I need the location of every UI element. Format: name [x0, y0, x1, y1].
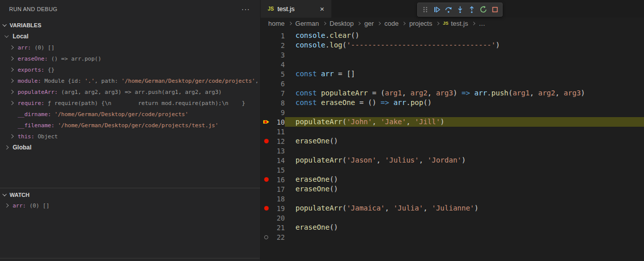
breakpoint-gutter[interactable]	[261, 60, 272, 69]
code-text[interactable]	[285, 165, 644, 175]
code-line-18[interactable]: 18	[261, 194, 644, 203]
code-line-4[interactable]: 4	[261, 60, 644, 69]
variable-row-populateArr[interactable]: populateArr: (arg1, arg2, arg3) => arr.p…	[0, 86, 260, 97]
code-line-15[interactable]: 15	[261, 165, 644, 175]
breakpoint-gutter[interactable]	[261, 232, 272, 242]
code-line-8[interactable]: 8const eraseOne = () => arr.pop()	[261, 98, 644, 108]
variable-row-arr[interactable]: arr: (0) []	[0, 200, 260, 211]
variable-row-dirname[interactable]: __dirname: '/home/German/Desktop/ger/cod…	[0, 109, 260, 120]
code-line-17[interactable]: 17eraseOne()	[261, 184, 644, 194]
breakpoint-gutter[interactable]	[261, 69, 272, 79]
breakpoint-gutter[interactable]	[261, 79, 272, 88]
breakpoint-gutter[interactable]	[261, 88, 272, 98]
code-line-6[interactable]: 6	[261, 79, 644, 88]
watch-section-header[interactable]: WATCH	[0, 189, 260, 200]
code-text[interactable]: populateArr('Jamaica', 'Julia', 'Juliann…	[285, 203, 644, 213]
breakpoint-gutter[interactable]	[261, 98, 272, 108]
variable-row-eraseOne[interactable]: eraseOne: () => arr.pop()	[0, 53, 260, 64]
variable-row-require[interactable]: require: ƒ require(path) {\n return mod.…	[0, 97, 260, 109]
code-text[interactable]: const arr = []	[285, 69, 644, 79]
code-line-2[interactable]: 2console.log('--------------------------…	[261, 40, 644, 50]
breakpoint-gutter[interactable]	[261, 165, 272, 175]
scope-row-local[interactable]: Local	[0, 31, 260, 42]
breakpoint-gutter[interactable]	[261, 203, 272, 213]
breadcrumb-item-home[interactable]: home	[268, 20, 285, 27]
breadcrumb-item-projects[interactable]: projects	[409, 20, 432, 27]
code-line-5[interactable]: 5const arr = []	[261, 69, 644, 79]
code-line-1[interactable]: 1console.clear()	[261, 31, 644, 40]
variable-row-filename[interactable]: __filename: '/home/German/Desktop/ger/co…	[0, 120, 260, 131]
debug-drag-handle[interactable]	[419, 4, 431, 16]
breadcrumb-item-testjs[interactable]: JStest.js	[443, 20, 468, 27]
code-line-7[interactable]: 7const populateArr = (arg1, arg2, arg3) …	[261, 88, 644, 98]
code-line-12[interactable]: 12eraseOne()	[261, 136, 644, 146]
scope-row-global[interactable]: Global	[0, 142, 260, 153]
code-line-21[interactable]: 21eraseOne()	[261, 223, 644, 232]
code-line-14[interactable]: 14populateArr('Jason', 'Julius', 'Jordan…	[261, 155, 644, 165]
breakpoint-gutter[interactable]	[261, 108, 272, 117]
code-line-11[interactable]: 11	[261, 127, 644, 136]
code-line-3[interactable]: 3	[261, 50, 644, 60]
breakpoint-gutter[interactable]	[261, 213, 272, 223]
code-line-10[interactable]: 10populateArr('John', 'Jake', 'Jill')	[261, 117, 644, 127]
code-text[interactable]	[285, 213, 644, 223]
debug-continue-button[interactable]	[431, 4, 442, 16]
breakpoint-gutter[interactable]	[261, 155, 272, 165]
variable-row-module[interactable]: module: Module {id: '.', path: '/home/Ge…	[0, 75, 260, 86]
variable-row-exports[interactable]: exports: {}	[0, 64, 260, 75]
debug-step-out-button[interactable]	[466, 4, 477, 16]
code-text[interactable]: const eraseOne = () => arr.pop()	[285, 98, 644, 108]
breakpoint-gutter[interactable]	[261, 50, 272, 60]
code-text[interactable]: console.clear()	[285, 31, 644, 40]
breadcrumb-item-code[interactable]: code	[384, 20, 399, 27]
debug-restart-button[interactable]	[477, 4, 489, 16]
variable-row-this[interactable]: this: Object	[0, 131, 260, 142]
more-actions-button[interactable]: ···	[241, 7, 250, 12]
breakpoint-gutter[interactable]	[261, 184, 272, 194]
breakpoint-gutter[interactable]	[261, 194, 272, 203]
breakpoint-gutter[interactable]	[261, 136, 272, 146]
breakpoint-gutter[interactable]	[261, 127, 272, 136]
code-text[interactable]	[285, 232, 644, 242]
code-text[interactable]: populateArr('Jason', 'Julius', 'Jordan')	[285, 155, 644, 165]
code-line-16[interactable]: 16eraseOne()	[261, 175, 644, 184]
code-text[interactable]	[285, 108, 644, 117]
breakpoint-gutter[interactable]	[261, 31, 272, 40]
code-text[interactable]	[285, 127, 644, 136]
code-line-20[interactable]: 20	[261, 213, 644, 223]
debug-step-into-button[interactable]	[454, 4, 466, 16]
breadcrumb-item-desktop[interactable]: Desktop	[330, 20, 354, 27]
code-text[interactable]: populateArr('John', 'Jake', 'Jill')	[285, 117, 644, 127]
code-line-19[interactable]: 19populateArr('Jamaica', 'Julia', 'Julia…	[261, 203, 644, 213]
code-line-9[interactable]: 9	[261, 108, 644, 117]
close-tab-icon[interactable]: ×	[319, 5, 325, 13]
variables-section-header[interactable]: VARIABLES	[0, 20, 260, 31]
code-text[interactable]: eraseOne()	[285, 223, 644, 232]
breakpoint-gutter[interactable]	[261, 117, 272, 127]
breakpoint-gutter[interactable]	[261, 40, 272, 50]
code-text[interactable]	[285, 79, 644, 88]
code-text[interactable]: const populateArr = (arg1, arg2, arg3) =…	[285, 88, 644, 98]
breadcrumb-item-german[interactable]: German	[295, 20, 319, 27]
code-text[interactable]: eraseOne()	[285, 175, 644, 184]
code-line-22[interactable]: 22	[261, 232, 644, 242]
code-text[interactable]: console.log('---------------------------…	[285, 40, 644, 50]
breakpoint-gutter[interactable]	[261, 175, 272, 184]
breadcrumb-item-ger[interactable]: ger	[364, 20, 374, 27]
code-text[interactable]	[285, 146, 644, 155]
code-text[interactable]: eraseOne()	[285, 184, 644, 194]
code-text[interactable]	[285, 50, 644, 60]
code-text[interactable]: eraseOne()	[285, 136, 644, 146]
breakpoint-gutter[interactable]	[261, 146, 272, 155]
code-text[interactable]	[285, 60, 644, 69]
breakpoint-gutter[interactable]	[261, 223, 272, 232]
variable-row-arr[interactable]: arr: (0) []	[0, 42, 260, 53]
debug-stop-button[interactable]	[489, 4, 501, 16]
code-text[interactable]	[285, 194, 644, 203]
breadcrumb-item-[interactable]: …	[479, 20, 485, 27]
debug-step-over-button[interactable]	[442, 4, 454, 16]
code-line-13[interactable]: 13	[261, 146, 644, 155]
tab-test-js[interactable]: JS test.js ×	[261, 0, 331, 18]
breadcrumb-label: ger	[364, 20, 374, 27]
editor-code[interactable]: 1console.clear()2console.log('----------…	[261, 29, 644, 261]
